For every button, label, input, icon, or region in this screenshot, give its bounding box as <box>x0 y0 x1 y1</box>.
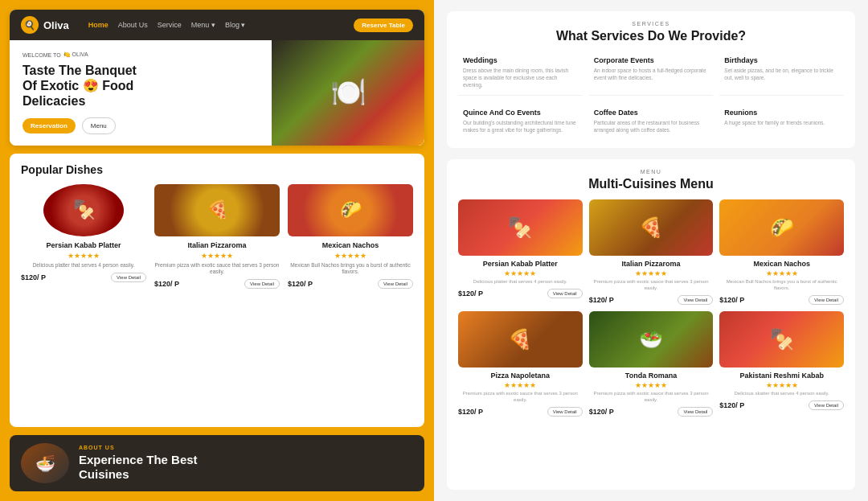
menu-view-detail-4[interactable]: View Detail <box>678 407 713 417</box>
hero-title-line1: Taste The Banquet <box>23 64 137 77</box>
menu-price-3: $120/ P <box>458 408 483 416</box>
dish-image-2: 🌮 <box>288 184 413 236</box>
hero-left: WELCOME TO 🍋 OLIVA Taste The Banquet Of … <box>10 40 272 146</box>
dishes-grid: 🍢 Persian Kabab Platter ★★★★★ Delicious … <box>21 184 413 290</box>
logo-icon: 🍳 <box>21 16 39 34</box>
welcome-text: WELCOME TO <box>23 52 61 58</box>
nav-links: Home About Us Service Menu ▾ Blog ▾ <box>88 21 342 29</box>
service-name-2: Birthdays <box>724 56 839 64</box>
service-name-1: Corporate Events <box>594 56 709 64</box>
about-text: ABOUT US Experience The Best Cuisines <box>79 445 413 482</box>
dish-price-row-2: $120/ P View Detail <box>288 279 413 289</box>
service-item-2: Birthdays Set aside pizzas, and tie on, … <box>719 51 844 96</box>
about-title-line2: Cuisines <box>79 467 129 481</box>
service-desc-1: An indoor space to hosts a full-fledged … <box>594 67 709 81</box>
dish-price-row-0: $120/ P View Detail <box>21 273 146 282</box>
dish-name-1: Italian Pizzaroma <box>154 241 280 249</box>
menu-name-0: Persian Kabab Platter <box>458 260 583 268</box>
service-desc-5: A huge space for family or friends reuni… <box>724 119 839 126</box>
left-panel: 🍳 Oliva Home About Us Service Menu ▾ Blo… <box>0 0 434 501</box>
menu-price-row-3: $120/ P View Detail <box>458 407 583 417</box>
hero-buttons: Reservation Menu <box>23 117 259 134</box>
services-label: SERVICES <box>458 21 844 27</box>
dish-desc-1: Premium pizza with exotic sauce that ser… <box>154 262 280 276</box>
menu-view-detail-5[interactable]: View Detail <box>809 400 844 410</box>
menu-name-3: Pizza Napoletana <box>458 372 583 380</box>
menu-stars-4: ★★★★★ <box>589 381 714 389</box>
service-item-5: Reunions A huge space for family or frie… <box>719 102 844 138</box>
nav-menu[interactable]: Menu ▾ <box>191 21 215 29</box>
menu-price-row-1: $120/ P View Detail <box>589 295 714 305</box>
logo-text: Oliva <box>43 19 69 31</box>
menu-desc-1: Premium pizza with exotic sauce that ser… <box>589 279 714 292</box>
menu-price-row-2: $120/ P View Detail <box>719 295 844 305</box>
menu-item-1: 🍕 Italian Pizzaroma ★★★★★ Premium pizza … <box>589 199 714 305</box>
hero-title-line2: Of Exotic 😍 Food <box>23 79 133 92</box>
menu-stars-1: ★★★★★ <box>589 269 714 277</box>
menu-desc-2: Mexican Bull Nachos brings you a burst o… <box>719 279 844 292</box>
dish-stars-0: ★★★★★ <box>21 252 146 260</box>
dish-price-2: $120/ P <box>288 280 313 288</box>
menu-price-4: $120/ P <box>589 408 614 416</box>
dish-name-0: Persian Kabab Platter <box>21 241 146 249</box>
service-desc-0: Dress above the main dining room, this l… <box>463 67 578 88</box>
nav-blog[interactable]: Blog ▾ <box>225 21 246 29</box>
service-desc-3: Our building's outstanding architectural… <box>463 119 578 133</box>
menu-view-detail-0[interactable]: View Detail <box>547 289 583 298</box>
view-detail-button-1[interactable]: View Detail <box>244 279 280 289</box>
menu-view-detail-1[interactable]: View Detail <box>678 295 713 305</box>
dish-price-1: $120/ P <box>154 280 179 288</box>
menu-item-3: 🍕 Pizza Napoletana ★★★★★ Premium pizza w… <box>458 311 583 417</box>
hero-right: 🍽️ <box>272 40 424 146</box>
menu-name-5: Pakistani Reshmi Kabab <box>719 372 844 380</box>
menu-item-2: 🌮 Mexican Nachos ★★★★★ Mexican Bull Nach… <box>719 199 844 305</box>
reservation-button[interactable]: Reservation <box>23 118 76 133</box>
dish-price-row-1: $120/ P View Detail <box>154 279 280 289</box>
menu-name-4: Tonda Romana <box>589 372 714 380</box>
menu-image-2: 🌮 <box>719 199 844 256</box>
nav-home[interactable]: Home <box>88 21 108 29</box>
menu-price-row-0: $120/ P View Detail <box>458 289 583 298</box>
nav-about[interactable]: About Us <box>118 21 148 29</box>
menu-stars-0: ★★★★★ <box>458 269 583 277</box>
nav-service[interactable]: Service <box>158 21 182 29</box>
menu-name-2: Mexican Nachos <box>719 260 844 268</box>
popular-dishes-title: Popular Dishes <box>21 163 413 176</box>
view-detail-button-0[interactable]: View Detail <box>111 273 146 282</box>
menu-price-1: $120/ P <box>589 296 614 304</box>
services-title: What Services Do We Provide? <box>458 29 844 43</box>
dish-card-1: 🍕 Italian Pizzaroma ★★★★★ Premium pizza … <box>154 184 280 290</box>
menu-name-1: Italian Pizzaroma <box>589 260 714 268</box>
menu-price-row-5: $120/ P View Detail <box>719 400 844 410</box>
menu-item-0: 🍢 Persian Kabab Platter ★★★★★ Delicious … <box>458 199 583 305</box>
menu-image-5: 🍢 <box>719 311 844 368</box>
service-name-3: Quince And Co Events <box>463 109 578 117</box>
service-name-5: Reunions <box>724 109 839 117</box>
dish-price-0: $120/ P <box>21 273 46 281</box>
menu-button[interactable]: Menu <box>82 117 116 134</box>
about-label: ABOUT US <box>79 445 413 450</box>
hero-title: Taste The Banquet Of Exotic 😍 Food Delic… <box>23 63 259 109</box>
service-name-0: Weddings <box>463 56 578 64</box>
menu-image-1: 🍕 <box>589 199 714 256</box>
view-detail-button-2[interactable]: View Detail <box>378 279 413 289</box>
menu-section: MENU Multi-Cuisines Menu 🍢 Persian Kabab… <box>447 159 855 490</box>
menu-view-detail-2[interactable]: View Detail <box>809 295 844 305</box>
menu-desc-0: Delicious platter that serves 4 person e… <box>458 279 583 285</box>
dish-stars-2: ★★★★★ <box>288 252 413 260</box>
menu-grid: 🍢 Persian Kabab Platter ★★★★★ Delicious … <box>458 199 844 416</box>
menu-item-4: 🥗 Tonda Romana ★★★★★ Premium pizza with … <box>589 311 714 417</box>
menu-image-3: 🍕 <box>458 311 583 368</box>
about-image: 🍜 <box>21 443 69 483</box>
dish-name-2: Mexican Nachos <box>288 241 413 249</box>
nav-reserve-button[interactable]: Reserve Table <box>354 18 413 32</box>
hero-title-line3: Delicacies <box>23 94 85 108</box>
dish-stars-1: ★★★★★ <box>154 252 280 260</box>
dish-image-0: 🍢 <box>43 184 124 236</box>
dish-desc-2: Mexican Bull Nachos brings you a burst o… <box>288 262 413 276</box>
menu-title: Multi-Cuisines Menu <box>458 177 844 191</box>
menu-view-detail-3[interactable]: View Detail <box>547 407 583 417</box>
about-title-line1: Experience The Best <box>79 453 198 466</box>
menu-price-5: $120/ P <box>719 401 744 409</box>
menu-price-2: $120/ P <box>719 296 744 304</box>
